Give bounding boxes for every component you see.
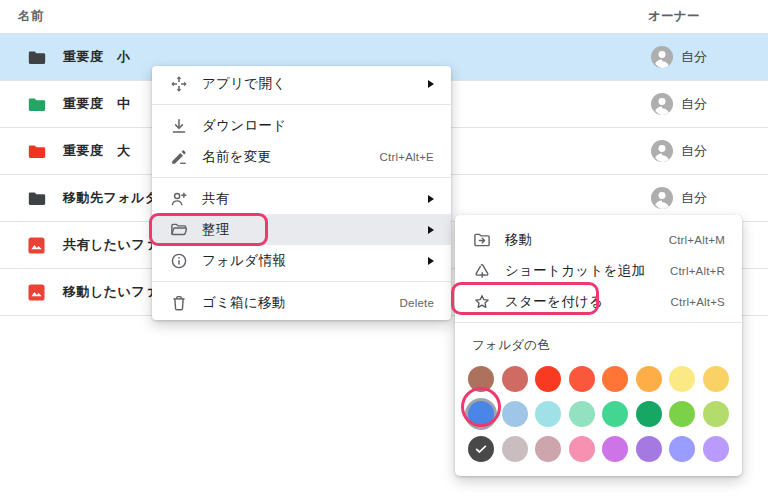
- menu-item-label: ショートカットを追加: [505, 262, 645, 280]
- organize-icon: [169, 220, 189, 240]
- color-swatch[interactable]: [569, 366, 595, 392]
- color-swatch[interactable]: [669, 401, 695, 427]
- owner-cell: 自分: [651, 34, 707, 80]
- image-file-icon: [28, 237, 46, 253]
- color-swatch[interactable]: [569, 436, 595, 462]
- file-name: 重要度 中: [63, 95, 131, 113]
- color-swatch[interactable]: [703, 401, 729, 427]
- context-menu-item[interactable]: アプリで開く: [152, 68, 451, 99]
- download-icon: [169, 116, 189, 136]
- palette-row: [468, 401, 729, 427]
- trash-icon: [169, 293, 189, 313]
- submenu-item[interactable]: 移動Ctrl+Alt+M: [455, 224, 742, 255]
- check-icon: [473, 441, 489, 457]
- owner-label: 自分: [681, 48, 707, 66]
- submenu-item[interactable]: スターを付けるCtrl+Alt+S: [455, 286, 742, 317]
- submenu-items: 移動Ctrl+Alt+Mショートカットを追加Ctrl+Alt+Rスターを付けるC…: [455, 224, 742, 317]
- owner-label: 自分: [681, 189, 707, 207]
- owner-label: 自分: [681, 142, 707, 160]
- context-menu-item[interactable]: ダウンロード: [152, 110, 451, 141]
- file-name: 移動したいファ: [63, 283, 159, 301]
- color-swatch[interactable]: [602, 401, 628, 427]
- menu-item-label: アプリで開く: [202, 75, 286, 93]
- context-menu-item[interactable]: 共有: [152, 183, 451, 214]
- submenu-item[interactable]: ショートカットを追加Ctrl+Alt+R: [455, 255, 742, 286]
- color-swatch[interactable]: [636, 366, 662, 392]
- owner-label: 自分: [681, 95, 707, 113]
- avatar-icon: [651, 187, 673, 209]
- color-swatch[interactable]: [703, 436, 729, 462]
- owner-cell: 自分: [651, 81, 707, 127]
- menu-item-shortcut: Ctrl+Alt+E: [380, 151, 434, 163]
- color-swatch[interactable]: [535, 401, 561, 427]
- submenu-arrow-icon: [428, 80, 434, 88]
- color-swatch[interactable]: [669, 436, 695, 462]
- submenu-arrow-icon: [428, 257, 434, 265]
- file-name: 重要度 小: [63, 48, 131, 66]
- star-icon: [472, 292, 492, 312]
- color-swatch[interactable]: [636, 436, 662, 462]
- submenu-arrow-icon: [428, 226, 434, 234]
- menu-item-label: ダウンロード: [202, 117, 286, 135]
- context-menu-item[interactable]: フォルダ情報: [152, 245, 451, 276]
- menu-item-label: 共有: [202, 190, 230, 208]
- submenu-arrow-icon: [428, 195, 434, 203]
- menu-item-shortcut: Ctrl+Alt+R: [670, 265, 725, 277]
- drive-file-list-screen: 名前 オーナー 重要度 小自分重要度 中自分重要度 大自分移動先フォルダ自分共有…: [0, 0, 768, 498]
- file-name: 共有したいファ: [63, 236, 159, 254]
- menu-divider: [152, 177, 451, 178]
- folder-icon: [28, 96, 46, 112]
- color-swatch[interactable]: [535, 436, 561, 462]
- rename-icon: [169, 147, 189, 167]
- context-menu-item[interactable]: ゴミ箱に移動Delete: [152, 287, 451, 318]
- palette-row: [468, 436, 729, 462]
- avatar-icon: [651, 93, 673, 115]
- color-swatch[interactable]: [703, 366, 729, 392]
- column-header-name[interactable]: 名前: [18, 8, 44, 25]
- column-header-owner[interactable]: オーナー: [648, 8, 700, 25]
- avatar-icon: [651, 46, 673, 68]
- folder-color-label: フォルダの色: [455, 328, 742, 354]
- menu-item-label: 名前を変更: [202, 148, 271, 166]
- menu-item-label: 移動: [505, 231, 533, 249]
- color-swatch-highlighted[interactable]: [468, 401, 494, 427]
- context-menu: アプリで開くダウンロード名前を変更Ctrl+Alt+E共有整理フォルダ情報ゴミ箱…: [152, 66, 451, 320]
- palette-row: [468, 366, 729, 392]
- menu-item-label: フォルダ情報: [202, 252, 286, 270]
- context-menu-item[interactable]: 整理: [152, 214, 451, 245]
- folder-icon: [28, 49, 46, 65]
- menu-item-shortcut: Delete: [400, 297, 434, 309]
- color-swatch[interactable]: [502, 366, 528, 392]
- color-swatch[interactable]: [468, 366, 494, 392]
- open-with-icon: [169, 74, 189, 94]
- color-swatch-selected[interactable]: [468, 436, 494, 462]
- add-shortcut-icon: [472, 261, 492, 281]
- color-swatch[interactable]: [502, 436, 528, 462]
- color-swatch[interactable]: [636, 401, 662, 427]
- color-swatch[interactable]: [569, 401, 595, 427]
- menu-item-label: ゴミ箱に移動: [202, 294, 286, 312]
- share-icon: [169, 189, 189, 209]
- context-menu-item[interactable]: 名前を変更Ctrl+Alt+E: [152, 141, 451, 172]
- folder-color-palette: [455, 366, 742, 462]
- folder-icon: [28, 190, 46, 206]
- color-swatch[interactable]: [502, 401, 528, 427]
- color-swatch[interactable]: [602, 366, 628, 392]
- color-swatch[interactable]: [535, 366, 561, 392]
- menu-item-shortcut: Ctrl+Alt+S: [671, 296, 725, 308]
- image-file-icon: [28, 284, 46, 300]
- menu-item-shortcut: Ctrl+Alt+M: [669, 234, 725, 246]
- menu-item-label: 整理: [202, 221, 230, 239]
- avatar-icon: [651, 140, 673, 162]
- organize-submenu: 移動Ctrl+Alt+Mショートカットを追加Ctrl+Alt+Rスターを付けるC…: [455, 215, 742, 476]
- color-swatch[interactable]: [669, 366, 695, 392]
- info-icon: [169, 251, 189, 271]
- folder-icon: [28, 143, 46, 159]
- color-swatch[interactable]: [602, 436, 628, 462]
- submenu-divider: [455, 322, 742, 323]
- menu-item-label: スターを付ける: [505, 293, 603, 311]
- menu-divider: [152, 281, 451, 282]
- menu-divider: [152, 104, 451, 105]
- file-name: 重要度 大: [63, 142, 131, 160]
- file-name: 移動先フォルダ: [63, 189, 159, 207]
